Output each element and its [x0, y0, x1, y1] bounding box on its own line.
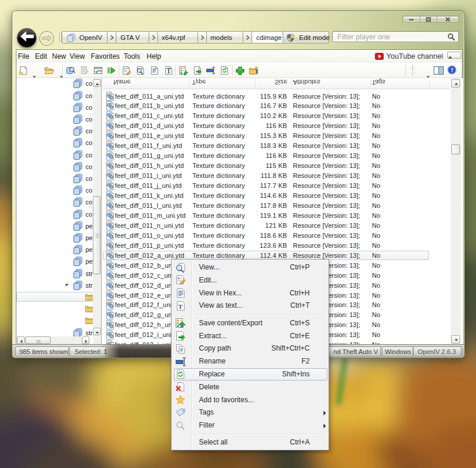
- svg-text:T: T: [178, 302, 183, 309]
- svg-text:?: ?: [450, 67, 453, 73]
